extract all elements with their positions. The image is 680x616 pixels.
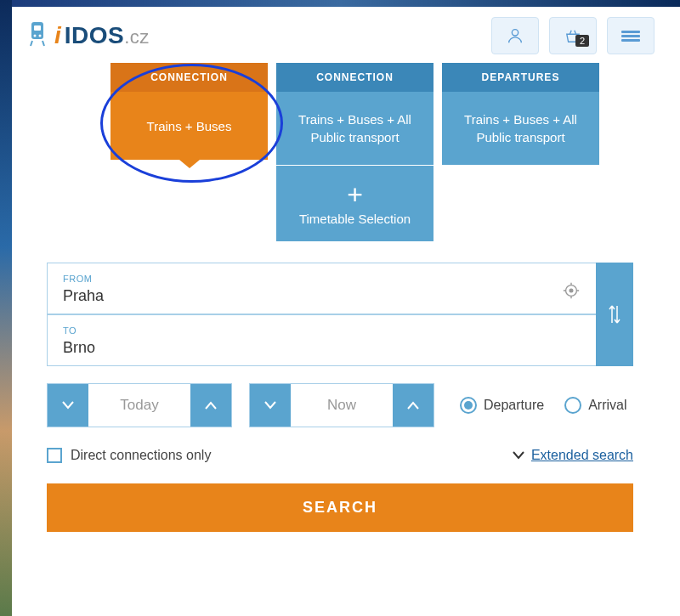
svg-point-3 <box>39 35 42 37</box>
extended-search-link[interactable]: Extended search <box>513 448 633 463</box>
date-next-button[interactable] <box>190 384 231 427</box>
logo[interactable]: i IDOS.cz <box>26 20 150 51</box>
search-form: FROM TO <box>0 241 680 545</box>
radio-icon <box>564 397 581 414</box>
extended-search-label: Extended search <box>531 448 633 463</box>
chevron-down-icon <box>62 401 74 410</box>
direct-only-checkbox[interactable]: Direct connections only <box>47 448 211 463</box>
date-value[interactable]: Today <box>88 384 190 427</box>
logo-idos: IDOS <box>65 22 124 48</box>
logo-i: i <box>54 22 61 49</box>
cart-badge: 2 <box>575 35 589 47</box>
time-stepper: Now <box>249 383 434 427</box>
tab-head: CONNECTION <box>276 63 434 92</box>
time-next-button[interactable] <box>393 384 434 427</box>
time-value[interactable]: Now <box>291 384 393 427</box>
crosshair-icon <box>562 281 581 300</box>
tab-connection-all[interactable]: CONNECTION Trains + Buses + All Public t… <box>276 63 434 241</box>
tabs: CONNECTION Trains + Buses CONNECTION Tra… <box>0 63 680 241</box>
time-prev-button[interactable] <box>250 384 291 427</box>
header: i IDOS.cz 2 <box>0 0 680 63</box>
radio-icon <box>460 397 477 414</box>
tab-extra-label: Timetable Selection <box>286 212 423 226</box>
arrival-radio[interactable]: Arrival <box>564 397 626 414</box>
arrival-label: Arrival <box>588 398 626 413</box>
swap-icon <box>607 302 622 326</box>
chevron-down-icon <box>264 401 276 410</box>
svg-point-2 <box>34 35 37 37</box>
date-prev-button[interactable] <box>48 384 88 427</box>
tab-body: Trains + Buses + All Public transport <box>442 92 599 165</box>
chevron-down-icon <box>513 451 524 460</box>
locate-button[interactable] <box>562 281 581 300</box>
to-field[interactable]: TO <box>47 314 633 366</box>
svg-point-4 <box>512 30 518 36</box>
from-field[interactable]: FROM <box>47 263 633 314</box>
logo-cz: .cz <box>124 26 150 48</box>
checkbox-icon <box>47 448 62 463</box>
chevron-up-icon <box>407 401 419 410</box>
to-label: TO <box>63 325 590 336</box>
date-stepper: Today <box>47 383 232 427</box>
hamburger-icon <box>621 29 640 43</box>
from-label: FROM <box>63 274 590 284</box>
user-icon <box>506 26 524 45</box>
tab-departures[interactable]: DEPARTURES Trains + Buses + All Public t… <box>442 63 599 165</box>
tab-body: Trains + Buses <box>110 92 268 160</box>
tab-head: CONNECTION <box>110 63 268 92</box>
menu-button[interactable] <box>607 17 654 54</box>
search-button[interactable]: SEARCH <box>47 483 633 532</box>
cart-button[interactable]: 2 <box>549 17 597 54</box>
tab-connection-trains-buses[interactable]: CONNECTION Trains + Buses <box>110 63 268 160</box>
swap-button[interactable] <box>596 263 633 366</box>
train-icon <box>26 20 49 51</box>
plus-icon: + <box>286 181 423 208</box>
svg-point-6 <box>570 289 573 292</box>
svg-rect-1 <box>34 25 41 31</box>
from-input[interactable] <box>63 287 590 305</box>
direct-only-label: Direct connections only <box>71 448 211 463</box>
chevron-up-icon <box>205 401 217 410</box>
tab-head: DEPARTURES <box>442 63 599 92</box>
tab-body: Trains + Buses + All Public transport <box>276 92 434 165</box>
departure-label: Departure <box>484 398 544 413</box>
user-button[interactable] <box>491 17 539 54</box>
timetable-selection-button[interactable]: + Timetable Selection <box>276 166 434 241</box>
to-input[interactable] <box>63 339 590 357</box>
departure-radio[interactable]: Departure <box>460 397 544 414</box>
